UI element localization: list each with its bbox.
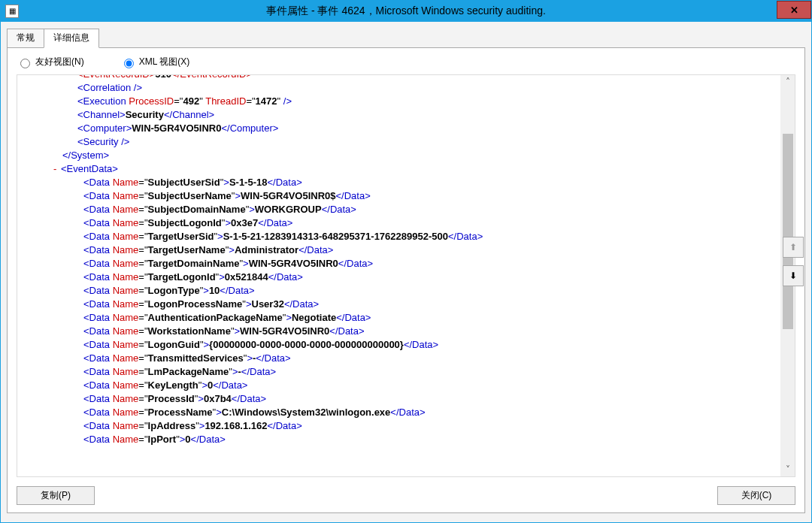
view-mode-bar: 友好视图(N) XML 视图(X) (17, 56, 795, 74)
record-nav: ⬆ ⬇ (783, 237, 804, 286)
xml-content[interactable]: <EventRecordID>510</EventRecordID><Corre… (17, 75, 781, 476)
friendly-view-option[interactable]: 友好视图(N) (17, 56, 84, 68)
next-record-button[interactable]: ⬇ (783, 265, 804, 286)
close-dialog-button[interactable]: 关闭(C) (717, 486, 795, 505)
xml-view-label: XML 视图(X) (139, 56, 190, 68)
friendly-view-label: 友好视图(N) (35, 56, 84, 68)
copy-button[interactable]: 复制(P) (17, 486, 95, 505)
tab-general[interactable]: 常规 (7, 29, 44, 48)
scroll-down-button[interactable]: ˅ (781, 463, 795, 476)
xml-view-option[interactable]: XML 视图(X) (120, 56, 190, 68)
window-sysicon: ▦ (5, 5, 19, 18)
tab-strip: 常规 详细信息 (7, 28, 805, 47)
scroll-up-button[interactable]: ˄ (781, 75, 795, 89)
dialog-footer: 复制(P) 关闭(C) (17, 477, 795, 505)
xml-content-frame: <EventRecordID>510</EventRecordID><Corre… (17, 74, 795, 477)
scroll-thumb[interactable] (783, 134, 793, 329)
prev-record-button[interactable]: ⬆ (783, 237, 804, 258)
tab-panel-details: 友好视图(N) XML 视图(X) <EventRecordID>510</Ev… (7, 47, 805, 513)
close-button[interactable]: ✕ (777, 1, 811, 19)
window-title: 事件属性 - 事件 4624，Microsoft Windows securit… (1, 5, 811, 18)
tab-details[interactable]: 详细信息 (44, 29, 99, 48)
title-bar: ▦ 事件属性 - 事件 4624，Microsoft Windows secur… (1, 1, 811, 22)
friendly-view-radio[interactable] (20, 59, 30, 68)
xml-view-radio[interactable] (124, 59, 134, 68)
